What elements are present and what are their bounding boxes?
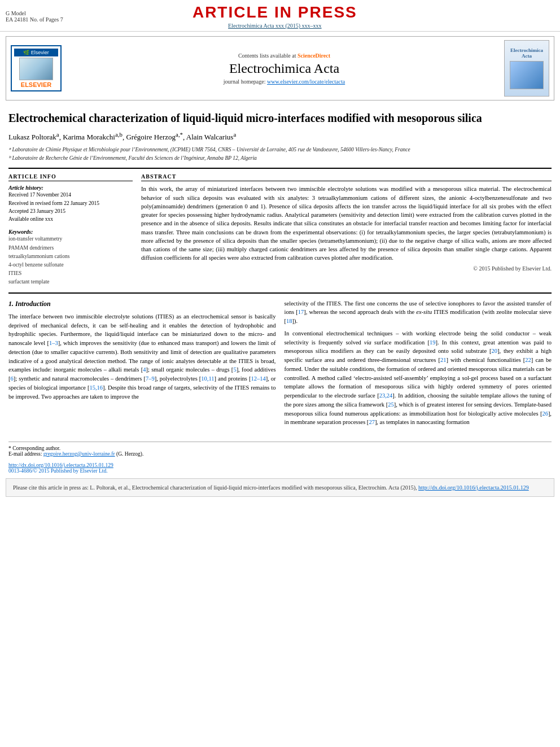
keyword-4: 4-octyl benzene sulfonate [8,261,133,269]
sup-a2: a [233,131,236,138]
article-ref-label: EA 24181 No. of Pages 7 [6,16,63,23]
keyword-2: PAMAM dendrimers [8,244,133,252]
bottom-notice-text: Please cite this article in press as: L.… [13,484,417,491]
doi-link[interactable]: Electrochimica Acta xxx (2015) xxx–xxx [228,23,322,29]
journal-thumbnail: ElectrochimicaActa [504,40,549,97]
elsevier-name: ELSEVIER [14,81,58,88]
info-abstract-section: ARTICLE INFO Article history: Received 1… [8,168,552,286]
affiliation-a: ᵃ Laboratoire de Chimie Physique et Micr… [8,146,552,154]
bottom-notice: Please cite this article in press as: L.… [6,478,554,497]
abstract-title: ABSTRACT [141,173,552,181]
keywords-label: Keywords: [8,229,133,235]
page-wrapper: G Model EA 24181 No. of Pages 7 ARTICLE … [0,0,560,497]
article-in-press-banner: ARTICLE IN PRESS Electrochimica Acta xxx… [63,3,487,29]
article-title: Electrochemical characterization of liqu… [8,111,552,125]
section-divider [8,292,552,294]
keywords-section: Keywords: ion-transfer voltammetry PAMAM… [8,229,133,286]
homepage-url[interactable]: www.elsevier.com/locate/electacta [267,78,345,85]
sup-a1: a [56,131,59,138]
journal-homepage-line: journal homepage: www.elsevier.com/locat… [70,78,498,85]
footnote-section: * Corresponding author. E-mail address: … [8,442,552,457]
email-link[interactable]: gregoire.herzog@univ-lorraine.fr [43,451,115,457]
bottom-doi-link[interactable]: http://dx.doi.org/10.1016/j.electacta.20… [418,484,529,491]
affiliation-b: ᵇ Laboratoire de Recherche Génie de l’En… [8,155,552,162]
elsevier-decorative-figure [19,58,53,80]
article-info-col: ARTICLE INFO Article history: Received 1… [8,173,133,286]
contents-line: Contents lists available at ScienceDirec… [70,53,498,59]
journal-center: Contents lists available at ScienceDirec… [70,53,498,85]
received-revised-date: Received in revised form 22 January 2015 [8,199,133,207]
section1-heading: 1. Introduction [8,299,276,309]
article-info-title: ARTICLE INFO [8,173,133,181]
section1-col2-para2: In conventional electrochemical techniqu… [285,329,552,427]
g-model-label: G Model [6,10,63,16]
homepage-prefix: journal homepage: [224,78,266,85]
corresponding-label: * Corresponding author. [8,445,552,451]
sciencedirect-link: ScienceDirect [298,53,330,59]
journal-header: 🌿 Elsevier ELSEVIER Contents lists avail… [6,36,554,101]
elsevier-logo: 🌿 Elsevier ELSEVIER [11,45,62,91]
history-label: Article history: [8,185,133,191]
main-content: Electrochemical characterization of liqu… [0,105,560,436]
affiliations: ᵃ Laboratoire de Chimie Physique et Micr… [8,146,552,163]
sup-a-star: a,* [176,131,183,138]
contents-available-text: Contents lists available at [238,53,296,59]
elsevier-logo-top-bar: 🌿 Elsevier [14,49,58,56]
body-section: 1. Introduction The interface between tw… [8,299,552,431]
body-col-right: selectivity of the ITIES. The first one … [285,299,552,431]
issn-text: 0013-4686/© 2015 Published by Elsevier L… [8,468,108,474]
article-doi: Electrochimica Acta xxx (2015) xxx–xxx [63,23,487,29]
email-label: E-mail address: [8,451,42,457]
sup-ab: a,b [115,131,123,138]
accepted-date: Accepted 23 January 2015 [8,207,133,215]
section1-col2-para1: selectivity of the ITIES. The first one … [285,299,552,326]
available-online: Available online xxx [8,215,133,223]
keyword-3: tetraalkylammonium cations [8,252,133,261]
section1-col1-para1: The interface between two immiscible ele… [8,312,276,401]
keyword-1: ion-transfer voltammetry [8,235,133,243]
article-in-press-title: ARTICLE IN PRESS [63,3,487,21]
authors-line: Lukasz Poltoraka, Karima Morakchia,b, Gr… [8,130,552,143]
email-line: E-mail address: gregoire.herzog@univ-lor… [8,451,552,457]
journal-thumb-image: ElectrochimicaActa [504,40,549,97]
body-col-left: 1. Introduction The interface between tw… [8,299,276,431]
email-suffix: (G. Herzog). [116,451,143,457]
g-model-info: G Model EA 24181 No. of Pages 7 [6,10,63,23]
journal-title: Electrochimica Acta [70,61,498,76]
abstract-col: ABSTRACT In this work, the array of mini… [141,173,552,286]
copyright-line: © 2015 Published by Elsevier Ltd. [141,265,552,272]
doi-url[interactable]: http://dx.doi.org/10.1016/j.electacta.20… [8,462,113,468]
top-banner: G Model EA 24181 No. of Pages 7 ARTICLE … [0,0,560,32]
abstract-text: In this work, the array of miniaturized … [141,185,552,262]
doi-section: http://dx.doi.org/10.1016/j.electacta.20… [8,462,552,474]
keyword-5: ITIES [8,269,133,278]
keyword-6: surfactant template [8,278,133,286]
received-date: Received 17 November 2014 [8,191,133,199]
